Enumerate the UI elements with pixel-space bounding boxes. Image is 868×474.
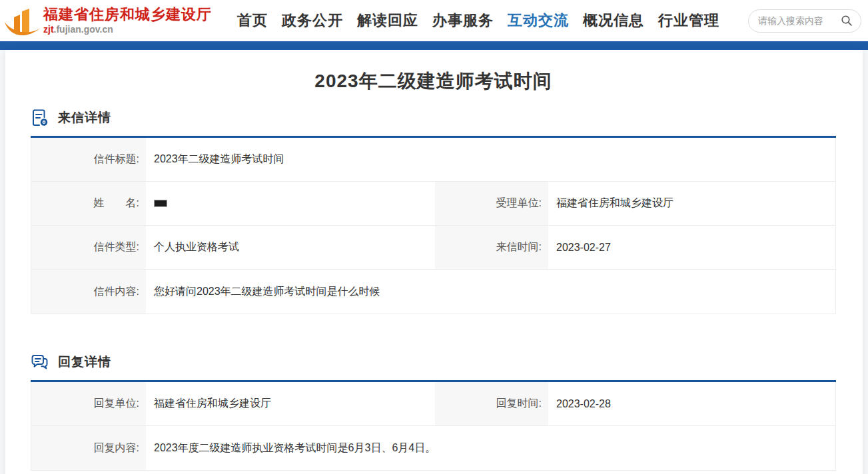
site-domain: zjt.fujian.gov.cn <box>43 24 212 35</box>
accept-unit-value: 福建省住房和城乡建设厅 <box>548 182 835 225</box>
letter-section-header: 来信详情 <box>31 109 836 127</box>
nav-item-industry[interactable]: 行业管理 <box>658 11 719 31</box>
building-swoosh-logo-icon <box>4 3 41 38</box>
nav-item-interpretation[interactable]: 解读回应 <box>357 11 418 31</box>
letter-name-row: 姓 名: 受理单位: 福建省住房和城乡建设厅 <box>31 182 835 226</box>
redacted-name-box <box>154 200 167 207</box>
reply-content-row: 回复内容: 2023年度二级建造师执业资格考试时间是6月3日、6月4日。 <box>31 426 835 470</box>
nav-item-gov-info[interactable]: 政务公开 <box>282 11 343 31</box>
site-header: 福建省住房和城乡建设厅 zjt.fujian.gov.cn 首页 政务公开 解读… <box>0 0 868 41</box>
nav-item-home[interactable]: 首页 <box>237 11 268 31</box>
letter-section-title: 来信详情 <box>58 109 111 126</box>
letter-type-value: 个人执业资格考试 <box>146 226 434 269</box>
content-card: 2023年二级建造师考试时间 来信详情 信件标题: 2023年二级建造师考试时间… <box>5 50 863 474</box>
reply-unit-row: 回复单位: 福建省住房和城乡建设厅 回复时间: 2023-02-28 <box>31 382 835 426</box>
page-title: 2023年二级建造师考试时间 <box>31 50 836 94</box>
nav-item-overview[interactable]: 概况信息 <box>583 11 644 31</box>
reply-time-value: 2023-02-28 <box>548 382 835 425</box>
reply-unit-value: 福建省住房和城乡建设厅 <box>146 382 434 425</box>
reply-content-label: 回复内容: <box>31 426 146 470</box>
search-input[interactable] <box>758 15 841 26</box>
top-blue-bar <box>0 41 868 50</box>
reply-content-value: 2023年度二级建造师执业资格考试时间是6月3日、6月4日。 <box>146 426 835 470</box>
letter-time-label: 来信时间: <box>434 226 548 269</box>
letter-content-row: 信件内容: 您好请问2023年二级建造师考试时间是什么时候 <box>31 270 835 314</box>
letter-details-table: 信件标题: 2023年二级建造师考试时间 姓 名: 受理单位: 福建省住房和城乡… <box>31 138 836 314</box>
nav-item-services[interactable]: 办事服务 <box>432 11 494 31</box>
reply-unit-label: 回复单位: <box>31 382 146 425</box>
document-view-icon <box>31 109 49 127</box>
main-nav: 首页 政务公开 解读回应 办事服务 互动交流 概况信息 行业管理 <box>237 11 719 31</box>
letter-title-value: 2023年二级建造师考试时间 <box>146 138 835 181</box>
search-icon[interactable] <box>841 15 853 27</box>
site-logo-link[interactable]: 福建省住房和城乡建设厅 zjt.fujian.gov.cn <box>4 3 237 38</box>
letter-content-label: 信件内容: <box>31 270 146 314</box>
letter-time-value: 2023-02-27 <box>548 226 835 269</box>
letter-content-value: 您好请问2023年二级建造师考试时间是什么时候 <box>146 270 835 314</box>
letter-title-label: 信件标题: <box>31 138 146 181</box>
letter-name-value <box>146 182 434 225</box>
nav-item-interaction[interactable]: 互动交流 <box>508 11 569 31</box>
reply-section-header: 回复详情 <box>31 353 836 371</box>
reply-section-title: 回复详情 <box>58 354 111 371</box>
letter-type-row: 信件类型: 个人执业资格考试 来信时间: 2023-02-27 <box>31 226 835 270</box>
letter-type-label: 信件类型: <box>31 226 146 269</box>
reply-time-label: 回复时间: <box>434 382 548 425</box>
site-identity: 福建省住房和城乡建设厅 zjt.fujian.gov.cn <box>43 7 212 35</box>
search-box <box>748 9 861 33</box>
accept-unit-label: 受理单位: <box>434 182 548 225</box>
site-name: 福建省住房和城乡建设厅 <box>43 7 212 23</box>
chat-bubbles-icon <box>31 353 49 371</box>
letter-name-label: 姓 名: <box>31 182 146 225</box>
letter-title-row: 信件标题: 2023年二级建造师考试时间 <box>31 138 835 182</box>
reply-details-table: 回复单位: 福建省住房和城乡建设厅 回复时间: 2023-02-28 回复内容:… <box>31 382 836 471</box>
